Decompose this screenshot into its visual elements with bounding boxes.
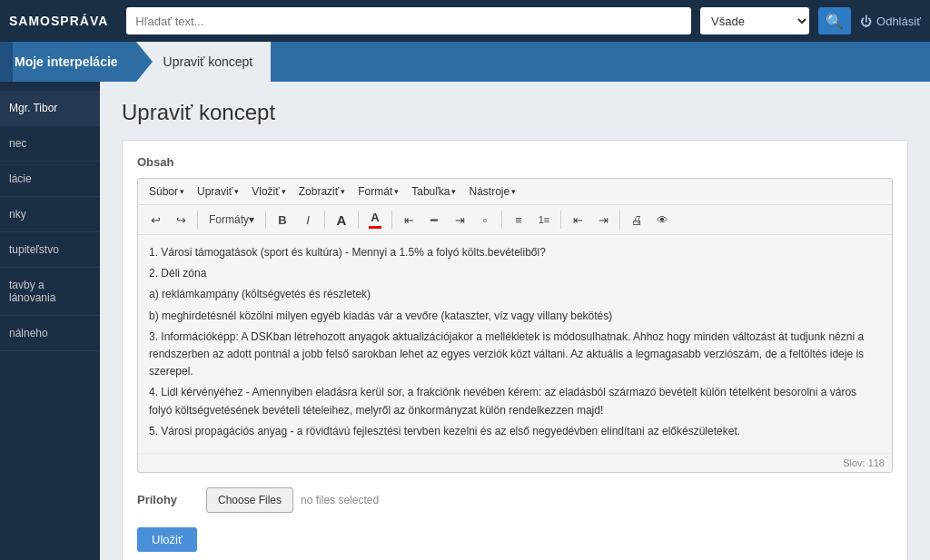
save-button[interactable]: Uložiť [137, 527, 197, 552]
menu-tabulka[interactable]: Tabuľka ▾ [406, 182, 461, 201]
save-section: Uložiť [137, 527, 893, 552]
toolbar-button-row: ↩ ↪ Formáty ▾ B I A [138, 205, 892, 235]
menu-nastroje[interactable]: Nástroje ▾ [463, 182, 521, 201]
search-button[interactable]: 🔍 [818, 7, 851, 34]
chevron-down-icon: ▾ [341, 187, 345, 196]
top-navigation: SAMOSPRÁVA Všade 🔍 ⏻ Odhlásiť [0, 0, 930, 42]
undo-button[interactable]: ↩ [143, 209, 167, 231]
toolbar-menu-row: Súbor ▾ Upraviť ▾ Vložiť ▾ Zobraziť ▾ [138, 179, 892, 205]
indent-button[interactable]: ⇥ [591, 209, 615, 231]
bold-button[interactable]: B [271, 209, 294, 231]
chevron-down-icon: ▾ [249, 213, 254, 226]
chevron-down-icon: ▾ [234, 187, 239, 196]
chevron-down-icon: ▾ [180, 187, 184, 196]
attachments-label: Prílohy [137, 493, 192, 506]
scope-select[interactable]: Všade [700, 7, 809, 34]
page-title: Upraviť koncept [122, 100, 908, 125]
chevron-down-icon: ▾ [282, 187, 286, 196]
breadcrumb-item-2[interactable]: Upraviť koncept [136, 42, 272, 82]
editor-toolbar: Súbor ▾ Upraviť ▾ Vložiť ▾ Zobraziť ▾ [137, 178, 893, 473]
chevron-down-icon: ▾ [451, 187, 456, 196]
logout-button[interactable]: ⏻ Odhlásiť [860, 15, 921, 28]
menu-vlozit[interactable]: Vložiť ▾ [246, 182, 292, 201]
menu-subor[interactable]: Súbor ▾ [143, 182, 190, 201]
chevron-down-icon: ▾ [511, 187, 516, 196]
separator [619, 211, 620, 229]
separator [324, 211, 325, 229]
separator [197, 211, 198, 229]
sidebar-item-4[interactable]: tupiteľstvo [0, 232, 100, 268]
menu-upravit[interactable]: Upraviť ▾ [192, 182, 244, 201]
font-family-button[interactable]: A [330, 209, 353, 231]
breadcrumb-item-1[interactable]: Moje interpelácie [0, 42, 136, 82]
list-ul-button[interactable]: ≡ [507, 209, 530, 231]
editor-content[interactable]: 1. Városi támogatások (sport és kultúra)… [138, 235, 892, 453]
align-justify-button[interactable]: ▫ [473, 209, 497, 231]
list-ol-button[interactable]: 1≡ [532, 209, 556, 231]
separator [391, 211, 392, 229]
redo-button[interactable]: ↪ [169, 209, 193, 231]
menu-zobrazit[interactable]: Zobraziť ▾ [293, 182, 351, 201]
formats-dropdown[interactable]: Formáty ▾ [203, 209, 261, 231]
font-color-button[interactable]: A [363, 209, 387, 231]
main-content: Upraviť koncept Obsah Súbor ▾ Upraviť ▾ [100, 82, 930, 560]
search-icon: 🔍 [826, 13, 844, 30]
sidebar-item-2[interactable]: lácie [0, 162, 100, 197]
separator [358, 211, 359, 229]
sidebar-item-3[interactable]: nky [0, 197, 100, 232]
chevron-down-icon: ▾ [394, 187, 399, 196]
breadcrumb: Moje interpelácie Upraviť koncept [0, 42, 930, 82]
preview-button[interactable]: 👁 [650, 209, 674, 231]
outdent-button[interactable]: ⇤ [566, 209, 589, 231]
sidebar-item-6[interactable]: nálneho [0, 316, 100, 351]
brand-logo: SAMOSPRÁVA [9, 14, 108, 28]
align-center-button[interactable]: ━ [422, 209, 446, 231]
editor-card: Obsah Súbor ▾ Upraviť ▾ Vložiť ▾ [122, 140, 908, 560]
italic-button[interactable]: I [296, 209, 320, 231]
word-count: Slov: 118 [138, 453, 892, 472]
separator [501, 211, 502, 229]
separator [560, 211, 561, 229]
power-icon: ⏻ [860, 15, 872, 28]
color-indicator [369, 226, 381, 229]
separator [265, 211, 266, 229]
align-right-button[interactable]: ⇥ [448, 209, 471, 231]
sidebar-item-0[interactable]: Mgr. Tibor [0, 91, 100, 126]
editor-section-label: Obsah [137, 155, 893, 169]
attachments-section: Prílohy Choose Files no files selected [137, 487, 893, 513]
print-button[interactable]: 🖨 [625, 209, 648, 231]
main-layout: Mgr. Tibor nec lácie nky tupiteľstvo tav… [0, 82, 930, 560]
align-left-button[interactable]: ⇤ [397, 209, 420, 231]
sidebar-item-5[interactable]: tavby a lánovania [0, 268, 100, 316]
sidebar: Mgr. Tibor nec lácie nky tupiteľstvo tav… [0, 82, 100, 560]
choose-files-button[interactable]: Choose Files [206, 487, 293, 513]
no-files-text: no files selected [301, 494, 379, 506]
menu-format[interactable]: Formát ▾ [352, 182, 404, 201]
file-input-wrapper: Choose Files no files selected [206, 487, 379, 513]
sidebar-item-1[interactable]: nec [0, 126, 100, 162]
search-input[interactable] [126, 7, 691, 34]
